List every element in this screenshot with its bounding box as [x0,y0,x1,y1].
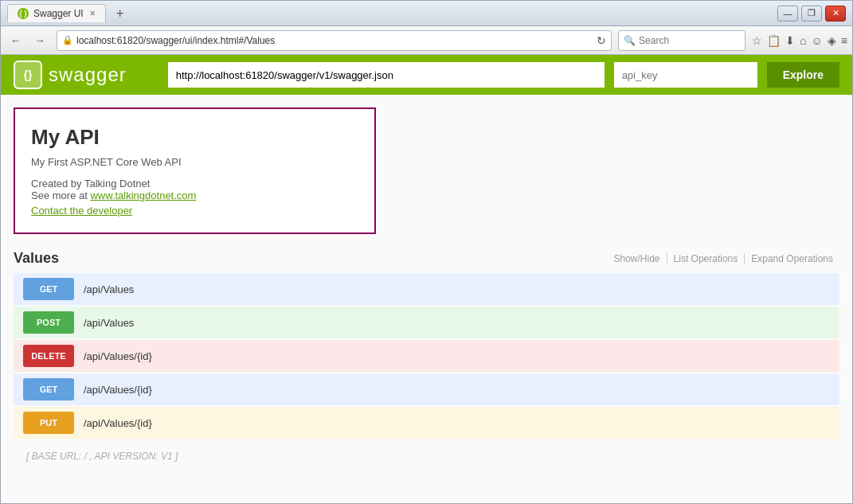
restore-button[interactable]: ❐ [801,6,822,21]
api-info-box: My API My First ASP.NET Core Web API Cre… [14,107,376,234]
swagger-logo: {} swagger [14,61,127,89]
titlebar: { } Swagger UI × + — ❐ ✕ [1,1,852,26]
api-title: My API [31,125,358,150]
operation-row[interactable]: DELETE/api/Values/{id} [14,340,839,372]
website-link[interactable]: www.talkingdotnet.com [90,189,196,201]
swagger-url-input[interactable] [168,62,605,88]
new-tab-button[interactable]: + [109,4,131,23]
nav-icons: ☆ 📋 ⬇ ⌂ ☺ ◈ ≡ [752,34,847,47]
operation-path: /api/Values [84,317,134,329]
show-hide-link[interactable]: Show/Hide [608,253,667,264]
explore-button[interactable]: Explore [767,62,839,88]
back-button[interactable]: ← [6,30,26,51]
operation-path: /api/Values/{id} [84,417,152,429]
method-badge: GET [23,278,74,300]
address-input[interactable] [76,35,593,46]
swagger-brand-title: swagger [49,64,127,86]
api-description: My First ASP.NET Core Web API [31,156,358,168]
operation-path: /api/Values/{id} [84,350,152,362]
search-input[interactable] [639,35,740,46]
tab-close-button[interactable]: × [90,8,96,19]
operation-row[interactable]: PUT/api/Values/{id} [14,407,839,439]
home-icon[interactable]: ⌂ [800,34,806,47]
close-button[interactable]: ✕ [825,6,846,21]
operation-path: /api/Values/{id} [84,384,152,396]
refresh-button[interactable]: ↻ [597,34,606,47]
expand-operations-link[interactable]: Expand Operations [745,253,839,264]
pocket-icon[interactable]: ◈ [828,34,836,47]
swagger-logo-icon: {} [14,61,42,89]
method-badge: DELETE [23,345,74,367]
created-line1: Created by Talking Dotnet [31,178,150,189]
operations-title: Values [14,250,608,267]
browser-window: { } Swagger UI × + — ❐ ✕ ← → 🔒 ↻ 🔍 ☆ 📋 ⬇… [0,0,853,504]
minimize-button[interactable]: — [777,6,798,21]
api-created-by: Created by Talking Dotnet See more at ww… [31,178,358,201]
contact-developer-link[interactable]: Contact the developer [31,205,358,217]
swagger-apikey-input[interactable] [614,62,757,88]
address-bar-container: 🔒 ↻ [57,30,612,51]
operation-row[interactable]: POST/api/Values [14,307,839,338]
base-url-label: [ BASE URL: / , API VERSION: V1 ] [26,451,178,462]
operation-path: /api/Values [84,283,134,295]
created-line2: See more at [31,189,90,201]
menu-icon[interactable]: ≡ [841,34,847,47]
operation-row[interactable]: GET/api/Values [14,273,839,305]
tab-title: Swagger UI [33,8,84,19]
bookmark-icon[interactable]: ☆ [752,34,762,47]
search-bar-container: 🔍 [618,30,745,51]
browser-tab[interactable]: { } Swagger UI × [7,4,106,22]
method-badge: GET [23,378,74,400]
swagger-logo-text: {} [24,68,33,81]
operations-links: Show/Hide List Operations Expand Operati… [608,253,839,264]
operation-row[interactable]: GET/api/Values/{id} [14,373,839,405]
swagger-toolbar: {} swagger Explore [1,55,852,95]
lock-icon: 🔒 [62,35,73,45]
download-icon[interactable]: ⬇ [785,34,795,47]
tab-favicon: { } [18,8,29,19]
reading-list-icon[interactable]: 📋 [767,34,781,47]
footer: [ BASE URL: / , API VERSION: V1 ] [14,440,839,471]
list-operations-link[interactable]: List Operations [667,253,745,264]
method-badge: POST [23,311,74,334]
window-controls: — ❐ ✕ [777,6,846,21]
account-icon[interactable]: ☺ [812,34,823,47]
operations-list: GET/api/ValuesPOST/api/ValuesDELETE/api/… [14,273,839,439]
main-content: My API My First ASP.NET Core Web API Cre… [1,95,852,503]
operations-header: Values Show/Hide List Operations Expand … [14,250,839,267]
search-icon: 🔍 [624,35,636,46]
forward-button[interactable]: → [29,30,50,51]
method-badge: PUT [23,412,74,434]
navbar: ← → 🔒 ↻ 🔍 ☆ 📋 ⬇ ⌂ ☺ ◈ ≡ [1,26,852,55]
